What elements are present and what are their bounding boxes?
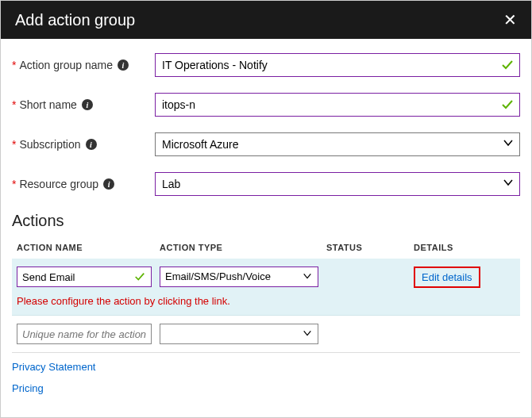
info-icon[interactable]: i (103, 178, 114, 190)
pricing-link[interactable]: Pricing (12, 382, 520, 394)
col-header-type: ACTION TYPE (160, 243, 326, 252)
label-action-group-name: * Action group name i (12, 59, 155, 71)
col-header-details: DETAILS (414, 243, 515, 252)
new-action-name-input[interactable] (17, 324, 152, 344)
table-header: ACTION NAME ACTION TYPE STATUS DETAILS (12, 236, 520, 259)
row-action-group-name: * Action group name i (12, 53, 520, 77)
action-error-message: Please configure the action by clicking … (17, 295, 515, 307)
actions-table: ACTION NAME ACTION TYPE STATUS DETAILS E… (12, 236, 520, 353)
info-icon[interactable]: i (82, 99, 93, 110)
required-asterisk: * (12, 178, 16, 190)
label-resource-group: * Resource group i (12, 178, 155, 190)
required-asterisk: * (12, 59, 16, 71)
col-header-status: STATUS (326, 243, 414, 252)
resource-group-select[interactable]: Lab (155, 172, 520, 196)
action-name-input[interactable] (17, 267, 152, 287)
row-short-name: * Short name i (12, 93, 520, 117)
footer-links: Privacy Statement Pricing (1, 353, 531, 412)
row-subscription: * Subscription i Microsoft Azure (12, 132, 520, 156)
row-resource-group: * Resource group i Lab (12, 172, 520, 196)
short-name-input[interactable] (155, 93, 520, 117)
privacy-link[interactable]: Privacy Statement (12, 361, 520, 373)
label-short-name: * Short name i (12, 98, 155, 111)
info-icon[interactable]: i (86, 139, 97, 150)
edit-details-link[interactable]: Edit details (414, 267, 480, 288)
table-row-new (12, 316, 520, 353)
action-group-name-input[interactable] (155, 53, 520, 77)
dialog-header: Add action group ✕ (1, 1, 531, 39)
table-row: Email/SMS/Push/Voice Edit details Please… (12, 259, 520, 316)
required-asterisk: * (12, 138, 16, 151)
dialog-title: Add action group (15, 11, 135, 29)
subscription-select[interactable]: Microsoft Azure (155, 132, 520, 156)
new-action-type-select[interactable] (160, 324, 318, 344)
info-icon[interactable]: i (118, 59, 129, 71)
form-area: * Action group name i * Short name i * S… (1, 39, 531, 196)
actions-section-title: Actions (1, 212, 531, 236)
col-header-name: ACTION NAME (17, 243, 160, 252)
label-subscription: * Subscription i (12, 138, 155, 151)
close-icon[interactable]: ✕ (503, 10, 517, 29)
required-asterisk: * (12, 98, 16, 111)
action-type-select[interactable]: Email/SMS/Push/Voice (160, 267, 318, 287)
